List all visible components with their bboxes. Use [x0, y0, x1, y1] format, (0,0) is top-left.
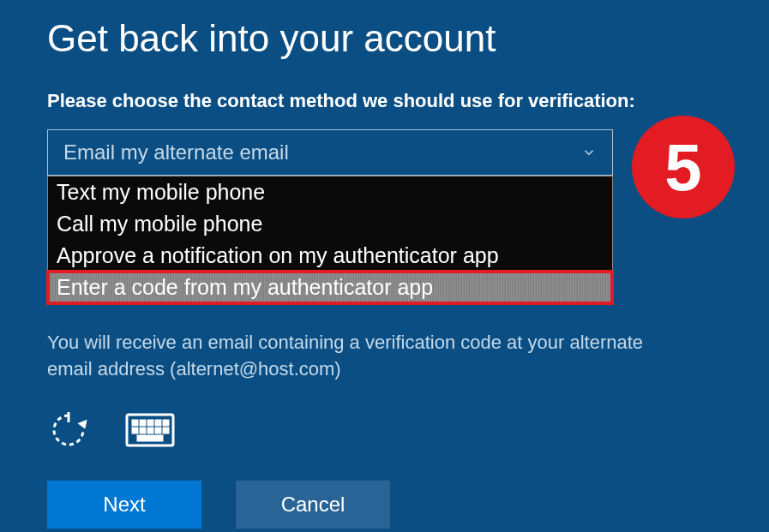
cancel-button[interactable]: Cancel	[236, 481, 390, 529]
svg-rect-1	[133, 421, 137, 425]
instruction-text: Please choose the contact method we shou…	[47, 90, 722, 112]
dropdown-list: Text my mobile phone Call my mobile phon…	[47, 176, 613, 304]
svg-rect-3	[148, 421, 153, 425]
dropdown-selected-value[interactable]: Email my alternate email	[47, 129, 613, 176]
keyboard-icon	[124, 412, 176, 448]
next-button[interactable]: Next	[47, 481, 201, 529]
dropdown-option-text-phone[interactable]: Text my mobile phone	[48, 176, 612, 208]
verification-method-dropdown[interactable]: Email my alternate email Text my mobile …	[47, 129, 613, 176]
button-row: Next Cancel	[47, 481, 722, 529]
svg-rect-11	[138, 436, 162, 440]
refresh-icon	[47, 409, 90, 451]
refresh-button[interactable]	[47, 409, 90, 455]
dropdown-option-call-phone[interactable]: Call my mobile phone	[48, 208, 612, 240]
svg-rect-6	[133, 428, 137, 433]
chevron-down-icon	[581, 145, 597, 160]
page-title: Get back into your account	[47, 17, 722, 60]
dropdown-option-enter-code[interactable]: Enter a code from my authenticator app	[48, 272, 612, 303]
svg-rect-8	[148, 428, 153, 433]
dropdown-option-approve-notification[interactable]: Approve a notification on my authenticat…	[48, 240, 612, 272]
svg-rect-9	[156, 428, 160, 433]
svg-rect-5	[164, 421, 168, 425]
svg-rect-2	[141, 421, 145, 425]
svg-rect-4	[156, 421, 160, 425]
dropdown-selected-label: Email my alternate email	[63, 140, 289, 164]
keyboard-button[interactable]	[124, 412, 176, 451]
verification-info-text: You will receive an email containing a v…	[47, 330, 647, 383]
svg-rect-7	[141, 428, 145, 433]
icon-row	[47, 409, 722, 455]
svg-rect-10	[164, 428, 168, 433]
step-number-badge: 5	[632, 116, 735, 218]
